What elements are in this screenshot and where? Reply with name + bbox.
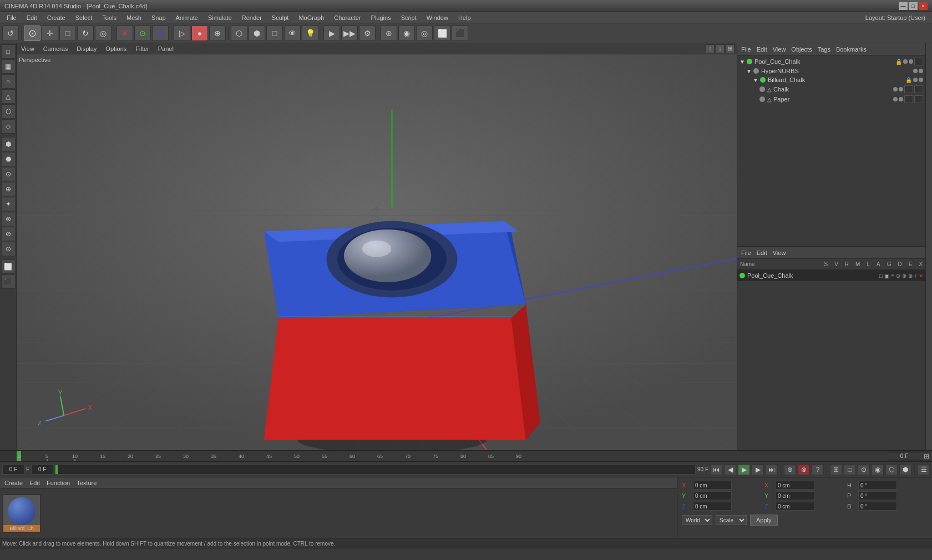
menu-character[interactable]: Character	[330, 13, 365, 22]
coords-z-input[interactable]	[693, 502, 732, 511]
toolbar-rotate[interactable]: ↻	[77, 26, 94, 41]
menu-mograph[interactable]: MoGraph	[294, 13, 328, 22]
transport-anim5[interactable]: ⬢	[899, 464, 911, 475]
sidebar-tool-1[interactable]: ⬢	[1, 137, 16, 151]
menu-edit[interactable]: Edit	[22, 13, 42, 22]
sidebar-mode-point[interactable]: △	[1, 89, 16, 104]
toolbar-scene[interactable]: ⬢	[249, 26, 265, 41]
sidebar-tool-4[interactable]: ⊕	[1, 182, 16, 196]
menu-sculpt[interactable]: Sculpt	[267, 13, 293, 22]
menu-script[interactable]: Script	[397, 13, 421, 22]
toolbar-render-all[interactable]: ▶▶	[341, 26, 358, 41]
toolbar-render[interactable]: ▶	[323, 26, 340, 41]
toolbar-play[interactable]: ▷	[174, 26, 190, 41]
transport-stop[interactable]: ⊗	[798, 464, 810, 475]
sidebar-tool-3[interactable]: ⊙	[1, 167, 16, 181]
om-menu-edit[interactable]: Edit	[755, 46, 769, 53]
menu-simulate[interactable]: Simulate	[204, 13, 236, 22]
selected-object-row[interactable]: Pool_Cue_Chalk □ ▣ ≡ ⊙ ⊕ ⊗ ↑ ✕	[737, 270, 925, 281]
om-menu-file[interactable]: File	[739, 46, 753, 53]
om-menu-view[interactable]: View	[771, 46, 788, 53]
transport-anim4[interactable]: ⬡	[885, 464, 898, 475]
sidebar-tool-6[interactable]: ⊗	[1, 212, 16, 226]
tree-item-billiard-chalk[interactable]: ▼ Billiard_Chalk 🔒	[738, 75, 924, 84]
sidebar-tool-7[interactable]: ⊘	[1, 227, 16, 241]
transport-track[interactable]	[55, 465, 696, 475]
transport-to-start[interactable]: ⏮	[710, 464, 722, 475]
toolbar-render-settings[interactable]: ⚙	[359, 26, 376, 41]
mat-menu-create[interactable]: Create	[2, 480, 25, 486]
mat-menu-edit[interactable]: Edit	[27, 480, 42, 486]
toolbar-render-region[interactable]: □	[266, 26, 283, 41]
transport-frame-input[interactable]	[2, 465, 24, 475]
maximize-button[interactable]: □	[909, 2, 918, 10]
tree-item-paper[interactable]: △ Paper	[738, 94, 924, 104]
toolbar-mograph3[interactable]: ◎	[416, 26, 433, 41]
coords-h-input[interactable]	[858, 481, 897, 490]
sidebar-mode-2[interactable]: ◇	[1, 119, 16, 134]
om-menu-bookmarks[interactable]: Bookmarks	[834, 46, 868, 53]
toolbar-undo[interactable]: ↺	[2, 26, 19, 41]
transport-next-frame[interactable]: ▶	[752, 464, 764, 475]
attr-obj-close[interactable]: ✕	[919, 273, 923, 279]
menu-animate[interactable]: Animate	[171, 13, 202, 22]
coords-x-input[interactable]	[693, 481, 732, 490]
toolbar-record[interactable]: ●	[191, 26, 208, 41]
toolbar-y[interactable]: ⊙	[134, 26, 151, 41]
viewport-menu-cameras[interactable]: Cameras	[41, 45, 70, 52]
viewport-3d[interactable]: Perspective	[17, 54, 737, 450]
coords-space-dropdown[interactable]: World Object	[682, 515, 712, 525]
coords-sy-input[interactable]	[776, 491, 814, 500]
viewport-nav-down[interactable]: ↓	[716, 44, 725, 53]
menu-snap[interactable]: Snap	[147, 13, 170, 22]
viewport-menu-filter[interactable]: Filter	[133, 45, 151, 52]
toolbar-x[interactable]: ✕	[116, 26, 133, 41]
coords-sx-input[interactable]	[776, 481, 814, 490]
toolbar-mograph5[interactable]: ⬛	[452, 26, 468, 41]
menu-render[interactable]: Render	[237, 13, 266, 22]
toolbar-cursor[interactable]: ⊙	[24, 26, 40, 41]
toolbar-transform[interactable]: ◎	[95, 26, 112, 41]
attr-menu-file[interactable]: File	[739, 250, 753, 256]
sidebar-mode-uv[interactable]: ⬡	[1, 104, 16, 119]
toolbar-light[interactable]: 💡	[302, 26, 318, 41]
om-menu-tags[interactable]: Tags	[816, 46, 832, 53]
minimize-button[interactable]: —	[899, 2, 908, 10]
transport-keyframe[interactable]: ⊞	[830, 464, 842, 475]
coords-p-input[interactable]	[858, 491, 897, 500]
menu-window[interactable]: Window	[422, 13, 453, 22]
mat-menu-texture[interactable]: Texture	[74, 480, 99, 486]
om-menu-objects[interactable]: Objects	[789, 46, 813, 53]
timeline-track[interactable]: 0 5 10 15 20 25 30 35 40 45 50 55 60 65 …	[17, 451, 888, 461]
toolbar-view3d[interactable]: 👁	[284, 26, 301, 41]
sidebar-snap-2[interactable]: ⬛	[1, 274, 16, 289]
sidebar-mode-edge[interactable]: ○	[1, 74, 16, 89]
coords-b-input[interactable]	[858, 502, 897, 511]
viewport-menu-view[interactable]: View	[19, 45, 37, 52]
transport-anim3[interactable]: ◉	[872, 464, 884, 475]
transport-mode[interactable]: ☰	[918, 464, 930, 475]
toolbar-keyframe[interactable]: ⊕	[209, 26, 226, 41]
toolbar-object[interactable]: ⬡	[231, 26, 247, 41]
sidebar-tool-5[interactable]: ✦	[1, 197, 16, 211]
coords-transform-dropdown[interactable]: Scale Move Rotate	[716, 515, 747, 525]
menu-select[interactable]: Select	[71, 13, 97, 22]
transport-play[interactable]: ▶	[738, 464, 750, 475]
transport-anim1[interactable]: □	[844, 464, 856, 475]
toolbar-z[interactable]: ⊗	[152, 26, 169, 41]
viewport-nav-expand[interactable]: ⊞	[726, 44, 735, 53]
attr-menu-view[interactable]: View	[771, 250, 788, 256]
toolbar-mograph4[interactable]: ⬜	[434, 26, 450, 41]
toolbar-mograph2[interactable]: ◉	[398, 26, 415, 41]
menu-file[interactable]: File	[2, 13, 21, 22]
tree-item-hypernurbs[interactable]: ▼ HyperNURBS	[738, 67, 924, 75]
coords-apply-button[interactable]: Apply	[750, 515, 778, 526]
transport-to-end[interactable]: ⏭	[766, 464, 778, 475]
timeline-expand-btn[interactable]: ⊞	[921, 452, 932, 460]
sidebar-mode-object[interactable]: □	[1, 44, 16, 59]
viewport-menu-panel[interactable]: Panel	[156, 45, 176, 52]
transport-anim2[interactable]: ⊙	[858, 464, 870, 475]
transport-prev-frame[interactable]: ◀	[724, 464, 736, 475]
sidebar-mode-poly[interactable]: ▦	[1, 59, 16, 74]
menu-help[interactable]: Help	[454, 13, 475, 22]
